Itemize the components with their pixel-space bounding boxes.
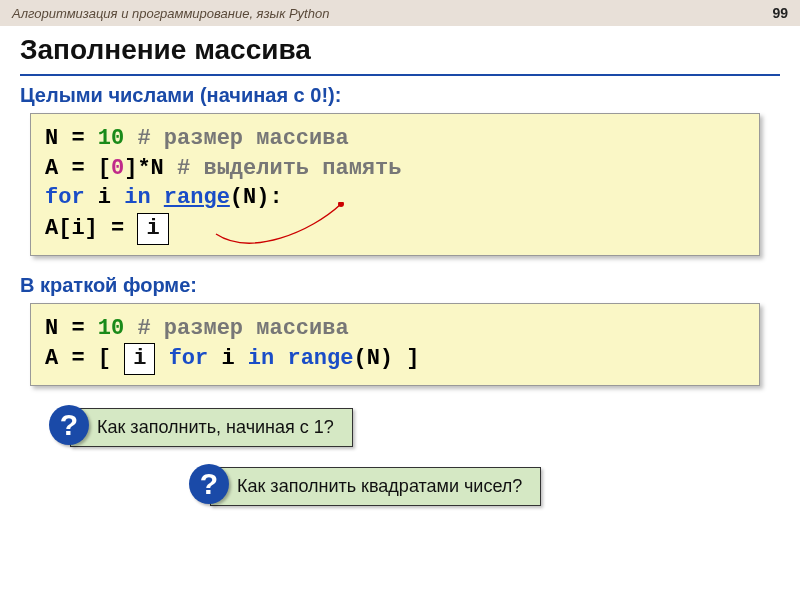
question-row-2: ? Как заполнить квадратами чисел?: [210, 467, 800, 506]
code2-line-2: A = [ i for i in range(N) ]: [45, 343, 745, 375]
section1-subtitle: Целыми числами (начиная с 0!):: [0, 84, 800, 107]
section2-subtitle: В краткой форме:: [0, 274, 800, 297]
code-line-1: N = 10 # размер массива: [45, 124, 745, 154]
question2-text: Как заполнить квадратами чисел?: [237, 476, 522, 496]
callout-i-1: i: [137, 213, 168, 245]
question-mark-icon: ?: [49, 405, 89, 445]
question1-text: Как заполнить, начиная с 1?: [97, 417, 334, 437]
code-line-4: A[i] = i: [45, 213, 745, 245]
title-area: Заполнение массива: [0, 26, 800, 74]
code-block-1: N = 10 # размер массива A = [0]*N # выде…: [30, 113, 760, 256]
question-mark-icon: ?: [189, 464, 229, 504]
question-box-2: ? Как заполнить квадратами чисел?: [210, 467, 541, 506]
page-title: Заполнение массива: [20, 34, 780, 66]
code-line-2: A = [0]*N # выделить память: [45, 154, 745, 184]
code2-line-1: N = 10 # размер массива: [45, 314, 745, 344]
header-bar: Алгоритмизация и программирование, язык …: [0, 0, 800, 26]
question-row-1: ? Как заполнить, начиная с 1?: [70, 408, 800, 447]
page-number: 99: [772, 5, 788, 21]
question-box-1: ? Как заполнить, начиная с 1?: [70, 408, 353, 447]
code-block-2: N = 10 # размер массива A = [ i for i in…: [30, 303, 760, 386]
code-line-3: for i in range(N):: [45, 183, 745, 213]
breadcrumb: Алгоритмизация и программирование, язык …: [12, 6, 329, 21]
title-underline: [20, 74, 780, 76]
callout-i-2: i: [124, 343, 155, 375]
